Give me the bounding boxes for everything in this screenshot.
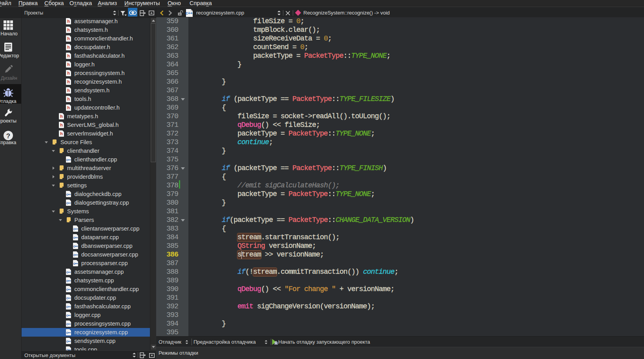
svg-text:c: c [66,192,68,196]
svg-text:c: c [73,253,75,257]
svg-text:c: c [66,313,68,317]
svg-text:c: c [66,270,68,274]
svg-text:c: c [66,288,68,291]
svg-text:c: c [66,339,68,343]
svg-text:c: c [73,227,75,231]
svg-text:c: c [66,279,68,283]
svg-text:c: c [73,244,75,248]
svg-text:c: c [66,305,68,309]
svg-text:?: ? [6,132,10,140]
svg-text:c: c [66,296,68,300]
svg-text:c: c [66,331,68,335]
svg-text:c: c [73,262,75,266]
svg-text:c: c [73,236,75,240]
svg-text:c: c [66,201,68,205]
svg-text:c: c [66,158,68,162]
svg-text:c: c [66,322,68,326]
svg-text:c++: c++ [186,11,193,15]
